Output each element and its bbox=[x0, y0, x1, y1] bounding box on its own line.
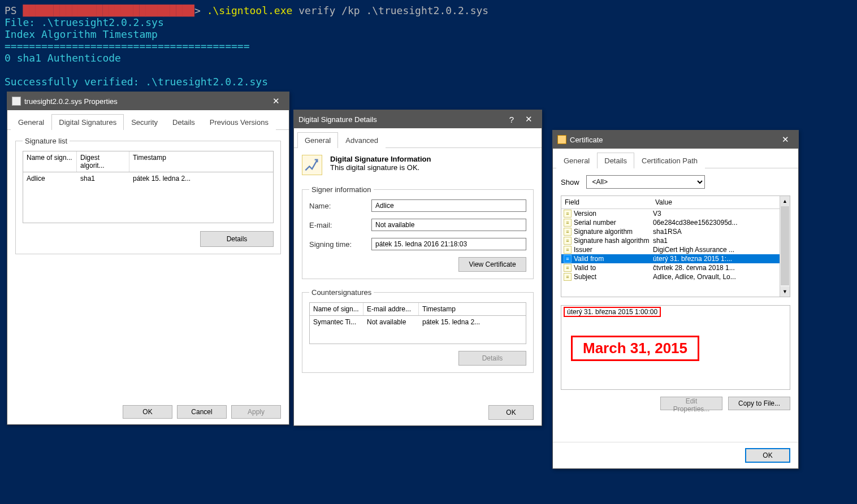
copy-to-file-button[interactable]: Copy to File... bbox=[728, 397, 790, 410]
tab-previous-versions[interactable]: Previous Versions bbox=[202, 114, 276, 130]
table-row[interactable]: Adlice sha1 pátek 15. ledna 2... bbox=[23, 172, 273, 185]
annotation-date: March 31, 2015 bbox=[571, 336, 699, 361]
cert-title: Certificate bbox=[570, 136, 603, 144]
table-row[interactable]: ≡VersionV3 bbox=[561, 209, 790, 218]
cert-fields-table[interactable]: Field Value ≡VersionV3 ≡Serial number06e… bbox=[561, 195, 790, 297]
command-exe: .\signtool.exe bbox=[201, 5, 293, 16]
output-success-line: Successfully verified: .\truesight2.0.2.… bbox=[5, 76, 852, 88]
table-row[interactable]: ≡Valid točtvrtek 28. června 2018 1... bbox=[561, 263, 790, 272]
properties-footer: OK Cancel Apply bbox=[7, 399, 289, 424]
sigdetails-tabs: General Advanced bbox=[294, 128, 542, 148]
cert-footer: OK bbox=[553, 442, 798, 468]
counter-details-button: Details bbox=[458, 351, 526, 366]
counter-body[interactable]: Symantec Ti... Not available pátek 15. l… bbox=[309, 316, 526, 344]
field-icon: ≡ bbox=[564, 210, 572, 218]
output-sep-line: ======================================== bbox=[5, 40, 852, 52]
scrollbar[interactable]: ▲ ▼ bbox=[780, 196, 790, 297]
close-icon[interactable]: ✕ bbox=[520, 111, 537, 127]
countersignatures-group: Countersignatures Name of sign... E-mail… bbox=[302, 288, 534, 373]
table-row[interactable]: ≡Signature algorithmsha1RSA bbox=[561, 227, 790, 236]
cert-rows: ≡VersionV3 ≡Serial number06e284cd38ee156… bbox=[561, 209, 790, 281]
field-icon: ≡ bbox=[564, 246, 572, 254]
signer-info-group: Signer information Name: E-mail: Signing… bbox=[302, 185, 534, 279]
table-row[interactable]: ≡IssuerDigiCert High Assurance ... bbox=[561, 245, 790, 254]
terminal-output: PS ████████████████████████████> .\signt… bbox=[0, 0, 857, 92]
col-value[interactable]: Value bbox=[652, 196, 790, 208]
col-timestamp[interactable]: Timestamp bbox=[419, 303, 526, 315]
countersignatures-legend: Countersignatures bbox=[309, 288, 374, 297]
col-name[interactable]: Name of sign... bbox=[23, 151, 77, 172]
ok-button[interactable]: OK bbox=[745, 448, 790, 463]
col-name[interactable]: Name of sign... bbox=[310, 303, 363, 315]
close-icon[interactable]: ✕ bbox=[267, 93, 284, 109]
help-icon[interactable]: ? bbox=[503, 111, 520, 127]
signature-icon bbox=[302, 155, 322, 175]
scroll-thumb[interactable] bbox=[781, 206, 789, 285]
tab-certpath[interactable]: Certification Path bbox=[634, 153, 705, 168]
tab-advanced[interactable]: Advanced bbox=[338, 132, 386, 148]
email-field[interactable] bbox=[371, 219, 526, 231]
sigdetails-title: Digital Signature Details bbox=[298, 115, 377, 124]
details-button[interactable]: Details bbox=[200, 231, 274, 247]
email-label: E-mail: bbox=[309, 221, 371, 229]
tab-general[interactable]: General bbox=[11, 114, 51, 130]
ok-button[interactable]: OK bbox=[488, 405, 534, 420]
certificate-icon bbox=[557, 135, 566, 144]
field-icon: ≡ bbox=[564, 237, 572, 245]
cert-tabs: General Details Certification Path bbox=[553, 149, 798, 168]
output-header-line: Index Algorithm Timestamp bbox=[5, 28, 852, 40]
col-field[interactable]: Field bbox=[561, 196, 652, 208]
table-row[interactable]: ≡Signature hash algorithmsha1 bbox=[561, 236, 790, 245]
show-select[interactable]: <All> bbox=[586, 175, 705, 189]
name-label: Name: bbox=[309, 202, 371, 210]
signature-list-body[interactable]: Adlice sha1 pátek 15. ledna 2... bbox=[23, 172, 274, 223]
sig-info-title: Digital Signature Information bbox=[330, 155, 431, 163]
signingtime-label: Signing time: bbox=[309, 240, 371, 249]
tab-details[interactable]: Details bbox=[165, 114, 202, 130]
table-row[interactable]: Symantec Ti... Not available pátek 15. l… bbox=[310, 316, 526, 328]
scroll-down-icon[interactable]: ▼ bbox=[780, 286, 790, 297]
file-icon bbox=[12, 97, 21, 106]
tab-general[interactable]: General bbox=[297, 132, 338, 148]
command-args: verify /kp .\truesight2.0.2.sys bbox=[292, 5, 488, 16]
output-file-line: File: .\truesight2.0.2.sys bbox=[5, 16, 852, 28]
scroll-up-icon[interactable]: ▲ bbox=[780, 196, 790, 206]
table-row[interactable]: ≡Serial number06e284cd38ee15623095d... bbox=[561, 218, 790, 227]
certificate-window: Certificate ✕ General Details Certificat… bbox=[552, 130, 799, 469]
name-field[interactable] bbox=[371, 199, 526, 212]
tab-security[interactable]: Security bbox=[124, 114, 165, 130]
col-digest[interactable]: Digest algorit... bbox=[77, 151, 129, 172]
sigdetails-footer: OK bbox=[294, 399, 542, 425]
cancel-button[interactable]: Cancel bbox=[177, 405, 227, 419]
close-icon[interactable]: ✕ bbox=[777, 132, 794, 147]
signature-list-header[interactable]: Name of sign... Digest algorit... Timest… bbox=[23, 151, 274, 172]
blurred-path: ████████████████████████████ bbox=[23, 5, 194, 16]
highlighted-valid-from: úterý 31. března 2015 1:00:00 bbox=[564, 307, 661, 317]
col-timestamp[interactable]: Timestamp bbox=[129, 151, 273, 172]
signature-list-legend: Signature list bbox=[23, 137, 70, 145]
field-icon: ≡ bbox=[564, 228, 572, 236]
table-row[interactable]: ≡SubjectAdlice, Adlice, Orvault, Lo... bbox=[561, 272, 790, 281]
edit-properties-button: Edit Properties... bbox=[660, 397, 722, 410]
tab-general[interactable]: General bbox=[556, 153, 597, 168]
field-icon: ≡ bbox=[564, 219, 572, 227]
field-icon: ≡ bbox=[564, 255, 572, 263]
sigdetails-titlebar[interactable]: Digital Signature Details ? ✕ bbox=[294, 110, 542, 128]
ok-button[interactable]: OK bbox=[123, 405, 172, 419]
cert-titlebar[interactable]: Certificate ✕ bbox=[553, 131, 798, 149]
signature-list-group: Signature list Name of sign... Digest al… bbox=[15, 137, 281, 254]
table-row-selected[interactable]: ≡Valid fromúterý 31. března 2015 1:... bbox=[561, 254, 790, 263]
apply-button: Apply bbox=[231, 405, 281, 419]
counter-header[interactable]: Name of sign... E-mail addre... Timestam… bbox=[309, 302, 526, 316]
properties-titlebar[interactable]: truesight2.0.2.sys Properties ✕ bbox=[7, 92, 289, 110]
properties-window: truesight2.0.2.sys Properties ✕ General … bbox=[7, 92, 289, 425]
tab-details[interactable]: Details bbox=[597, 153, 634, 168]
properties-tabs: General Digital Signatures Security Deta… bbox=[7, 110, 289, 130]
signature-details-window: Digital Signature Details ? ✕ General Ad… bbox=[293, 110, 542, 426]
view-certificate-button[interactable]: View Certificate bbox=[458, 257, 526, 272]
properties-title: truesight2.0.2.sys Properties bbox=[24, 97, 118, 106]
col-email[interactable]: E-mail addre... bbox=[363, 303, 419, 315]
sig-info-text: This digital signature is OK. bbox=[330, 163, 431, 172]
signingtime-field[interactable] bbox=[371, 238, 526, 250]
tab-digital-signatures[interactable]: Digital Signatures bbox=[51, 114, 124, 130]
